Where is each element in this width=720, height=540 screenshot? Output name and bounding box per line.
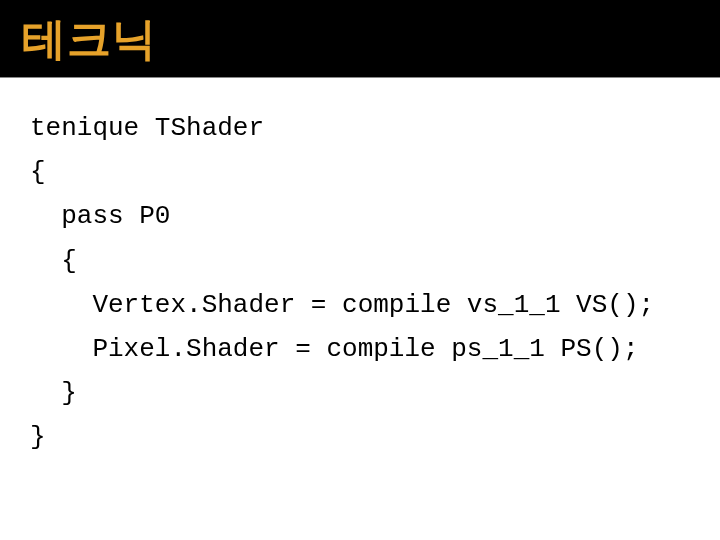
code-block: tenique TShader { pass P0 { Vertex.Shade… — [30, 106, 690, 460]
slide-title: 테크닉 — [22, 10, 698, 69]
code-line: tenique TShader — [30, 113, 264, 143]
slide-header: 테크닉 — [0, 0, 720, 78]
slide-body: tenique TShader { pass P0 { Vertex.Shade… — [0, 78, 720, 540]
code-line: } — [30, 378, 77, 408]
slide: 테크닉 tenique TShader { pass P0 { Vertex.S… — [0, 0, 720, 540]
code-line: { — [30, 246, 77, 276]
code-line: { — [30, 157, 46, 187]
code-line: } — [30, 422, 46, 452]
code-line: pass P0 — [30, 201, 170, 231]
code-line: Vertex.Shader = compile vs_1_1 VS(); — [30, 290, 654, 320]
code-line: Pixel.Shader = compile ps_1_1 PS(); — [30, 334, 639, 364]
